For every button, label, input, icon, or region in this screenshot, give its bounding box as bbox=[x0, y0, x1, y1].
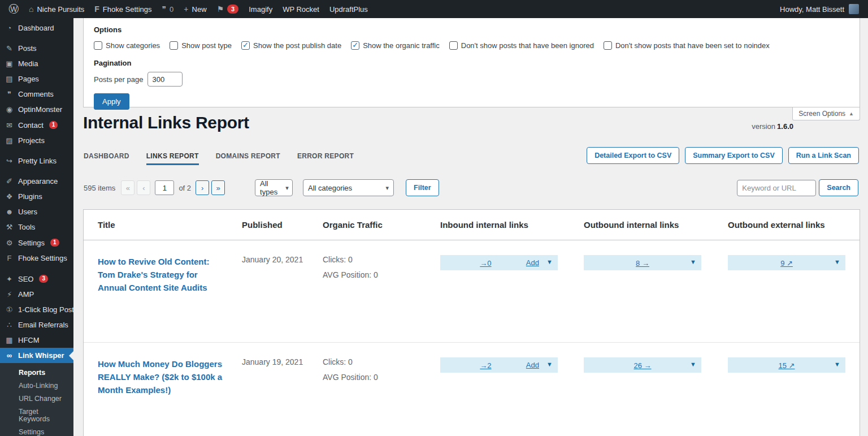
outbound-internal-count-link[interactable]: 26 → bbox=[633, 361, 651, 370]
first-page-button[interactable]: « bbox=[121, 180, 134, 195]
sidebar-item-dashboard[interactable]: ◔ Dashboard bbox=[0, 20, 73, 36]
search-button[interactable]: Search bbox=[819, 179, 858, 196]
checkbox-show-post-type[interactable]: Show post type bbox=[170, 41, 232, 50]
add-link-button[interactable]: Add bbox=[526, 361, 539, 369]
updraftplus-menu[interactable]: UpdraftPlus bbox=[324, 0, 373, 18]
checkbox-box[interactable] bbox=[604, 41, 612, 50]
sidebar-item-pages[interactable]: ▤ Pages bbox=[0, 71, 73, 87]
prev-page-button[interactable]: ‹ bbox=[137, 180, 150, 195]
sidebar-item-contact[interactable]: ✉ Contact 1 bbox=[0, 117, 73, 133]
next-page-button[interactable]: › bbox=[196, 180, 209, 195]
imagify-menu[interactable]: Imagify bbox=[244, 0, 277, 18]
appearance-icon: ✐ bbox=[5, 178, 14, 185]
last-page-button[interactable]: » bbox=[211, 180, 225, 195]
sidebar-item-optinmonster[interactable]: ◉ OptinMonster bbox=[0, 102, 73, 117]
dropdown-caret-icon[interactable]: ▼ bbox=[546, 259, 553, 265]
filter-button[interactable]: Filter bbox=[406, 179, 439, 196]
checkbox-show-categories[interactable]: Show categories bbox=[94, 41, 160, 50]
sidebar-item-1-click-blog-post[interactable]: ① 1-Click Blog Post bbox=[0, 302, 73, 317]
add-link-button[interactable]: Add bbox=[526, 258, 539, 267]
posts-per-page-input[interactable] bbox=[147, 72, 183, 87]
sidebar-item-amp[interactable]: ⚡ AMP bbox=[0, 287, 73, 302]
checkbox-hide-noindex[interactable]: Don't show posts that have been set to n… bbox=[604, 41, 770, 50]
tab-dashboard[interactable]: DASHBOARD bbox=[84, 152, 129, 165]
submenu-item-settings[interactable]: Settings bbox=[0, 426, 73, 436]
tab-error-report[interactable]: ERROR REPORT bbox=[297, 152, 354, 165]
sidebar-item-posts[interactable]: ✎ Posts bbox=[0, 41, 73, 56]
post-title-link[interactable]: How Much Money Do Bloggers REALLY Make? … bbox=[98, 357, 225, 396]
submenu-item-target-keywords[interactable]: Target Keywords bbox=[0, 405, 73, 426]
dropdown-caret-icon[interactable]: ▼ bbox=[690, 259, 696, 265]
inbound-links-cell: →2 Add ▼ bbox=[440, 343, 584, 396]
sidebar-item-users[interactable]: ☻ Users bbox=[0, 204, 73, 219]
checkbox-show-publish-date[interactable]: Show the post publish date bbox=[241, 41, 341, 50]
inbound-count-link[interactable]: →2 bbox=[480, 361, 491, 370]
category-select[interactable]: All categories ▾ bbox=[303, 179, 394, 196]
sidebar-item-settings[interactable]: ⚙ Settings 1 bbox=[0, 235, 73, 251]
seo-count-badge: 3 bbox=[39, 275, 48, 283]
fhoke-settings-menu[interactable]: F Fhoke Settings bbox=[89, 0, 157, 18]
search-input[interactable] bbox=[737, 180, 816, 196]
table-row: How to Revive Old Content: Tom Drake's S… bbox=[84, 240, 860, 342]
apply-button[interactable]: Apply bbox=[94, 93, 129, 110]
dropdown-caret-icon[interactable]: ▼ bbox=[834, 361, 840, 368]
wp-logo-menu[interactable]: Ⓦ bbox=[3, 0, 24, 18]
site-name-menu[interactable]: ⌂ Niche Pursuits bbox=[24, 0, 89, 18]
link-whisper-icon: ∞ bbox=[5, 352, 14, 359]
dropdown-caret-icon[interactable]: ▼ bbox=[834, 259, 840, 265]
sidebar-item-comments[interactable]: ❞ Comments bbox=[0, 87, 73, 102]
submenu-item-url-changer[interactable]: URL Changer bbox=[0, 392, 73, 405]
comments-menu[interactable]: ❞ 0 bbox=[157, 0, 179, 18]
checkbox-box[interactable] bbox=[449, 41, 458, 50]
inbound-count-link[interactable]: →0 bbox=[480, 259, 491, 267]
post-type-select[interactable]: All types ▾ bbox=[255, 179, 293, 196]
wp-rocket-menu[interactable]: WP Rocket bbox=[277, 0, 324, 18]
account-menu[interactable]: Howdy, Matt Bissett bbox=[774, 4, 865, 14]
tab-domains-report[interactable]: DOMAINS REPORT bbox=[216, 152, 280, 165]
sidebar-item-seo[interactable]: ✦ SEO 3 bbox=[0, 271, 73, 287]
search-area: Search bbox=[737, 179, 858, 196]
tab-links-report[interactable]: LINKS REPORT bbox=[146, 152, 199, 165]
sidebar-item-hfcm[interactable]: ▦ HFCM bbox=[0, 333, 73, 348]
submenu-item-auto-linking[interactable]: Auto-Linking bbox=[0, 379, 73, 392]
run-link-scan-button[interactable]: Run a Link Scan bbox=[788, 147, 859, 164]
sidebar-item-media[interactable]: ▣ Media bbox=[0, 56, 73, 71]
sidebar-item-projects[interactable]: ▨ Projects bbox=[0, 133, 73, 148]
checkbox-box[interactable] bbox=[351, 41, 359, 50]
sidebar-item-link-whisper[interactable]: ∞ Link Whisper bbox=[0, 348, 73, 363]
clicks-value: Clicks: 0 bbox=[323, 357, 440, 366]
updraftplus-label: UpdraftPlus bbox=[329, 5, 368, 14]
dropdown-caret-icon[interactable]: ▼ bbox=[690, 361, 696, 368]
checkbox-show-organic-traffic[interactable]: Show the organic traffic bbox=[351, 41, 440, 50]
new-content-menu[interactable]: + New bbox=[179, 0, 211, 18]
seo-notifications-menu[interactable]: ⚑ 3 bbox=[212, 0, 244, 18]
detailed-export-csv-button[interactable]: Detailed Export to CSV bbox=[587, 147, 679, 164]
sidebar-item-pretty-links[interactable]: ↪ Pretty Links bbox=[0, 153, 73, 169]
amp-icon: ⚡ bbox=[5, 291, 14, 298]
organic-traffic-cell: Clicks: 0 AVG Position: 0 bbox=[323, 240, 440, 342]
site-name-label: Niche Pursuits bbox=[37, 5, 84, 14]
checkbox-box[interactable] bbox=[241, 41, 250, 50]
summary-export-csv-button[interactable]: Summary Export to CSV bbox=[685, 147, 782, 164]
sidebar-item-tools[interactable]: ⚒ Tools bbox=[0, 219, 73, 235]
page-title: Internal Links Report bbox=[83, 113, 249, 132]
sidebar-item-fhoke-settings[interactable]: F Fhoke Settings bbox=[0, 251, 73, 266]
sidebar-item-plugins[interactable]: ❖ Plugins bbox=[0, 189, 73, 204]
outbound-internal-count-link[interactable]: 8 → bbox=[636, 259, 649, 267]
column-header-organic-traffic: Organic Traffic bbox=[323, 220, 440, 230]
checkbox-box[interactable] bbox=[94, 41, 102, 50]
sidebar-item-appearance[interactable]: ✐ Appearance bbox=[0, 174, 73, 189]
version-number: 1.6.0 bbox=[777, 122, 793, 131]
pages-icon: ▤ bbox=[5, 75, 14, 83]
checkbox-hide-ignored[interactable]: Don't show posts that have been ignored bbox=[449, 41, 594, 50]
screen-options-toggle[interactable]: Screen Options ▲ bbox=[792, 107, 860, 120]
outbound-external-count-link[interactable]: 15 ↗ bbox=[779, 361, 795, 370]
submenu-item-reports[interactable]: Reports bbox=[0, 366, 73, 379]
current-page-input[interactable] bbox=[155, 180, 174, 195]
inbound-links-cell: →0 Add ▼ bbox=[440, 240, 584, 342]
post-title-link[interactable]: How to Revive Old Content: Tom Drake's S… bbox=[98, 255, 225, 294]
outbound-external-count-link[interactable]: 9 ↗ bbox=[780, 259, 793, 267]
dropdown-caret-icon[interactable]: ▼ bbox=[546, 361, 553, 368]
checkbox-box[interactable] bbox=[170, 41, 178, 50]
sidebar-item-email-referrals[interactable]: ∴ Email Referrals bbox=[0, 317, 73, 333]
